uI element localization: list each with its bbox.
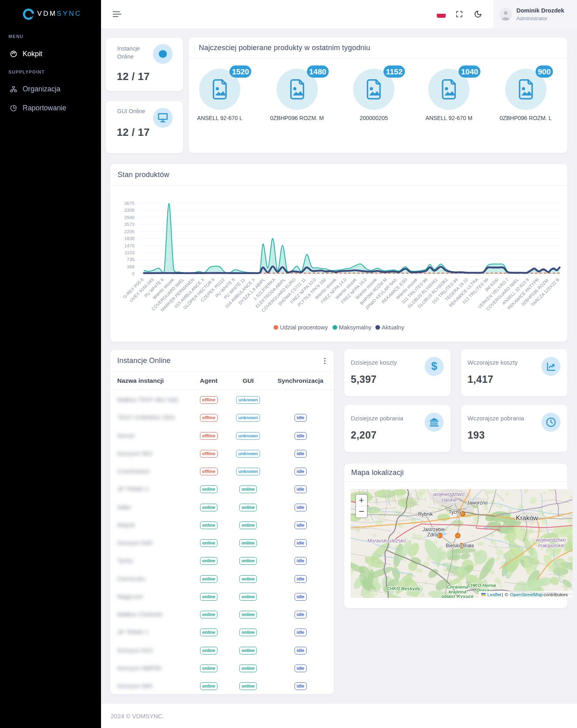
svg-text:0: 0 bbox=[132, 271, 135, 276]
svg-text:Aktualny: Aktualny bbox=[382, 324, 404, 331]
svg-text:Leaflet: Leaflet bbox=[487, 592, 501, 597]
svg-text:3308: 3308 bbox=[124, 208, 135, 213]
svg-text:©: © bbox=[505, 592, 508, 597]
svg-text:Bielsko-Biała: Bielsko-Biała bbox=[446, 543, 474, 549]
svg-text:|: | bbox=[502, 592, 503, 597]
svg-text:CHKO Horná: CHKO Horná bbox=[467, 583, 496, 588]
svg-text:contributors: contributors bbox=[543, 592, 568, 597]
svg-text:+: + bbox=[359, 495, 364, 505]
svg-text:małopolskie: małopolskie bbox=[538, 543, 564, 549]
svg-text:województwo: województwo bbox=[536, 537, 566, 543]
svg-text:CHKO Beskydy: CHKO Beskydy bbox=[386, 586, 421, 591]
svg-text:2940: 2940 bbox=[124, 215, 135, 220]
svg-text:śląskie: śląskie bbox=[441, 497, 457, 503]
svg-text:województwo: województwo bbox=[433, 491, 464, 497]
svg-text:735: 735 bbox=[127, 257, 135, 262]
svg-text:OpenStreetMap: OpenStreetMap bbox=[510, 592, 543, 597]
svg-text:3675: 3675 bbox=[124, 201, 135, 206]
svg-text:Chránená: Chránená bbox=[446, 585, 468, 589]
svg-text:1838: 1838 bbox=[124, 236, 135, 241]
svg-text:Rybnik: Rybnik bbox=[418, 511, 434, 517]
svg-text:Udzial procentowy: Udzial procentowy bbox=[280, 324, 328, 331]
svg-text:1470: 1470 bbox=[124, 243, 135, 248]
svg-text:Jaworzno: Jaworzno bbox=[467, 500, 488, 506]
svg-text:368: 368 bbox=[127, 264, 135, 269]
svg-text:Jastrzębie-: Jastrzębie- bbox=[423, 527, 446, 532]
svg-text:Maksymalny: Maksymalny bbox=[339, 324, 372, 331]
svg-text:2573: 2573 bbox=[124, 222, 135, 227]
svg-text:Kraków: Kraków bbox=[516, 514, 538, 521]
svg-text:1103: 1103 bbox=[124, 250, 135, 255]
svg-text:Tychy: Tychy bbox=[449, 509, 461, 515]
svg-text:Moravskoslezsko: Moravskoslezsko bbox=[367, 538, 406, 544]
svg-text:oblasť Kysuce: oblasť Kysuce bbox=[441, 594, 474, 598]
svg-text:Zdrój: Zdrój bbox=[427, 532, 438, 538]
svg-text:−: − bbox=[358, 506, 364, 517]
svg-text:2205: 2205 bbox=[124, 229, 135, 234]
